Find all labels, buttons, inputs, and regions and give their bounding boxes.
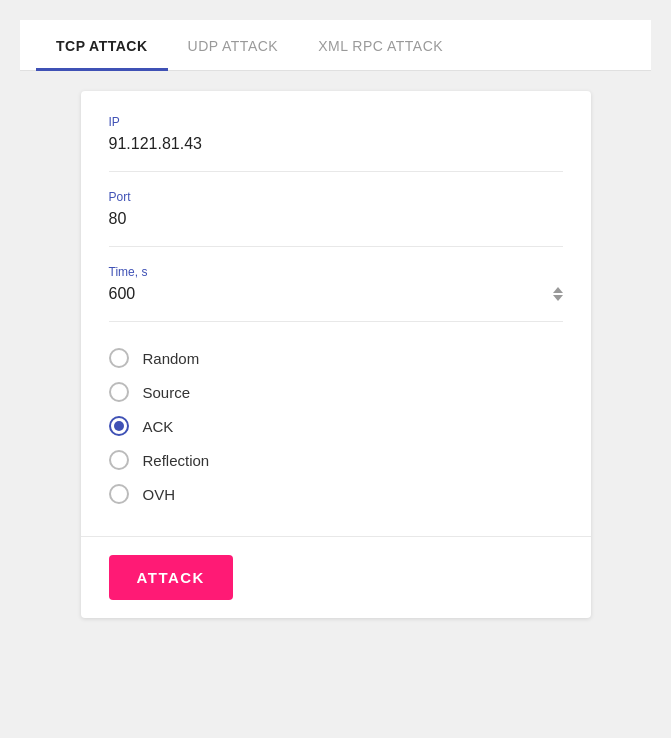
time-label: Time, s [109, 265, 563, 279]
form-body: IP Port Time, s [81, 91, 591, 536]
radio-circle-ovh[interactable] [109, 484, 129, 504]
radio-circle-reflection[interactable] [109, 450, 129, 470]
tab-xmlrpc[interactable]: XML RPC ATTACK [298, 20, 463, 71]
attack-button[interactable]: ATTACK [109, 555, 233, 600]
time-increment-icon[interactable] [553, 287, 563, 293]
time-field-group: Time, s [109, 265, 563, 322]
ip-input[interactable] [109, 135, 563, 153]
port-field-group: Port [109, 190, 563, 247]
radio-label-ovh: OVH [143, 486, 176, 503]
ip-field-group: IP [109, 115, 563, 172]
port-input[interactable] [109, 210, 563, 228]
ip-label: IP [109, 115, 563, 129]
radio-circle-random[interactable] [109, 348, 129, 368]
radio-source[interactable]: Source [109, 382, 563, 402]
tab-udp[interactable]: UDP ATTACK [168, 20, 299, 71]
radio-label-source: Source [143, 384, 191, 401]
card-footer: ATTACK [81, 536, 591, 618]
app-container: TCP ATTACK UDP ATTACK XML RPC ATTACK IP … [20, 20, 651, 638]
radio-ovh[interactable]: OVH [109, 484, 563, 504]
radio-random[interactable]: Random [109, 348, 563, 368]
radio-ack[interactable]: ACK [109, 416, 563, 436]
radio-label-ack: ACK [143, 418, 174, 435]
time-input[interactable] [109, 285, 309, 303]
radio-label-reflection: Reflection [143, 452, 210, 469]
radio-circle-source[interactable] [109, 382, 129, 402]
radio-label-random: Random [143, 350, 200, 367]
tab-tcp[interactable]: TCP ATTACK [36, 20, 168, 71]
radio-circle-ack[interactable] [109, 416, 129, 436]
radio-reflection[interactable]: Reflection [109, 450, 563, 470]
port-label: Port [109, 190, 563, 204]
time-decrement-icon[interactable] [553, 295, 563, 301]
time-spinner-wrapper [109, 285, 563, 303]
tab-bar: TCP ATTACK UDP ATTACK XML RPC ATTACK [20, 20, 651, 71]
attack-mode-group: Random Source ACK Reflection OVH [109, 340, 563, 516]
time-spinner-arrows[interactable] [553, 287, 563, 301]
form-card: IP Port Time, s [81, 91, 591, 618]
